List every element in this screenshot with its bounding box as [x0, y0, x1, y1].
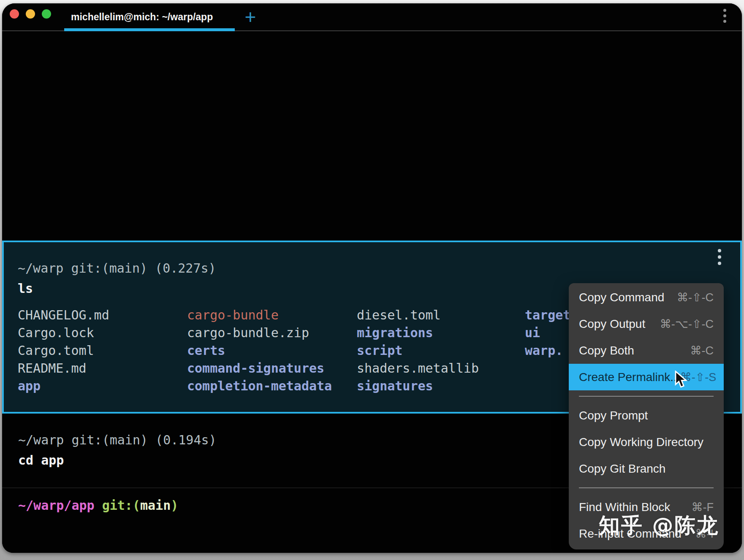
cwd-path: ~/warp/app — [18, 498, 95, 513]
ls-entry: ui — [525, 324, 570, 342]
menu-item-shortcut: ⌘-C — [690, 344, 714, 357]
menu-item-copy-git-branch[interactable]: Copy Git Branch — [569, 455, 724, 482]
menu-item-copy-output[interactable]: Copy Output⌘-⌥-⇧-C — [569, 311, 724, 337]
menu-separator — [579, 396, 714, 397]
menu-item-label: Copy Both — [579, 344, 634, 357]
menu-item-create-permalink[interactable]: Create Permalink...⌘-⇧-S — [569, 364, 724, 390]
menu-item-copy-command[interactable]: Copy Command⌘-⇧-C — [569, 284, 724, 311]
prompt-line: ~/warp git:(main) (0.194s) — [18, 431, 217, 449]
terminal-tab[interactable]: michellelim@mich: ~/warp/app — [64, 3, 235, 30]
command-text: cd app — [18, 452, 64, 469]
prompt-line: ~/warp git:(main) (0.227s) — [18, 260, 216, 277]
git-prefix: git:( — [95, 498, 140, 513]
warp-terminal-window: michellelim@mich: ~/warp/app + ~/warp gi… — [2, 3, 742, 553]
active-tab-indicator — [64, 28, 235, 31]
menu-item-copy-both[interactable]: Copy Both⌘-C — [569, 337, 724, 364]
ls-entry: CHANGELOG.md — [18, 306, 109, 324]
zoom-window-button[interactable] — [42, 9, 51, 19]
ls-entry: command-signatures — [187, 360, 332, 377]
current-prompt[interactable]: ~/warp/app git:(main) — [18, 497, 178, 514]
new-tab-button[interactable]: + — [240, 6, 261, 28]
menu-item-shortcut: ⌘-⇧-C — [677, 291, 714, 304]
ls-column: diesel.tomlmigrationsscriptshaders.metal… — [357, 306, 479, 395]
git-suffix: ) — [171, 498, 178, 513]
ls-entry: target — [525, 306, 570, 324]
ls-entry: Cargo.toml — [18, 342, 109, 360]
window-kebab-menu-icon[interactable] — [722, 9, 727, 25]
menu-separator — [579, 487, 714, 488]
menu-item-label: Copy Output — [579, 317, 645, 331]
command-text: ls — [18, 280, 33, 298]
ls-entry: warp. — [525, 342, 570, 360]
ls-entry: shaders.metallib — [357, 360, 479, 377]
menu-item-label: Copy Command — [579, 291, 664, 304]
ls-entry: README.md — [18, 360, 109, 377]
ls-entry: signatures — [357, 377, 479, 395]
ls-entry: cargo-bundle — [187, 306, 332, 324]
ls-column: cargo-bundlecargo-bundle.zipcertscommand… — [187, 306, 332, 395]
minimize-window-button[interactable] — [26, 9, 35, 19]
ls-entry: diesel.toml — [357, 306, 479, 324]
menu-item-label: Copy Git Branch — [579, 462, 665, 476]
menu-item-label: Copy Prompt — [579, 409, 648, 422]
tab-title: michellelim@mich: ~/warp/app — [71, 7, 213, 27]
ls-entry: script — [357, 342, 479, 360]
ls-column: CHANGELOG.mdCargo.lockCargo.tomlREADME.m… — [18, 306, 109, 395]
menu-item-copy-working-directory[interactable]: Copy Working Directory — [569, 429, 724, 455]
close-window-button[interactable] — [10, 9, 19, 19]
menu-item-copy-prompt[interactable]: Copy Prompt — [569, 402, 724, 429]
block-kebab-menu-icon[interactable] — [717, 249, 722, 268]
tab-bar: michellelim@mich: ~/warp/app + — [2, 3, 742, 31]
menu-item-label: Create Permalink... — [579, 371, 680, 384]
watermark: 知乎 @陈龙 — [599, 511, 719, 540]
ls-entry: cargo-bundle.zip — [187, 324, 332, 342]
ls-entry: migrations — [357, 324, 479, 342]
ls-entry: app — [18, 377, 109, 395]
ls-entry: certs — [187, 342, 332, 360]
screenshot-root: michellelim@mich: ~/warp/app + ~/warp gi… — [0, 0, 744, 560]
context-menu: Copy Command⌘-⇧-CCopy Output⌘-⌥-⇧-CCopy … — [569, 283, 724, 549]
menu-item-shortcut: ⌘-⌥-⇧-C — [660, 317, 714, 331]
ls-entry: completion-metadata — [187, 377, 332, 395]
menu-item-label: Copy Working Directory — [579, 436, 703, 449]
ls-column: targetuiwarp. — [525, 306, 570, 360]
mouse-cursor — [675, 371, 691, 389]
git-branch: main — [140, 498, 171, 513]
ls-entry: Cargo.lock — [18, 324, 109, 342]
